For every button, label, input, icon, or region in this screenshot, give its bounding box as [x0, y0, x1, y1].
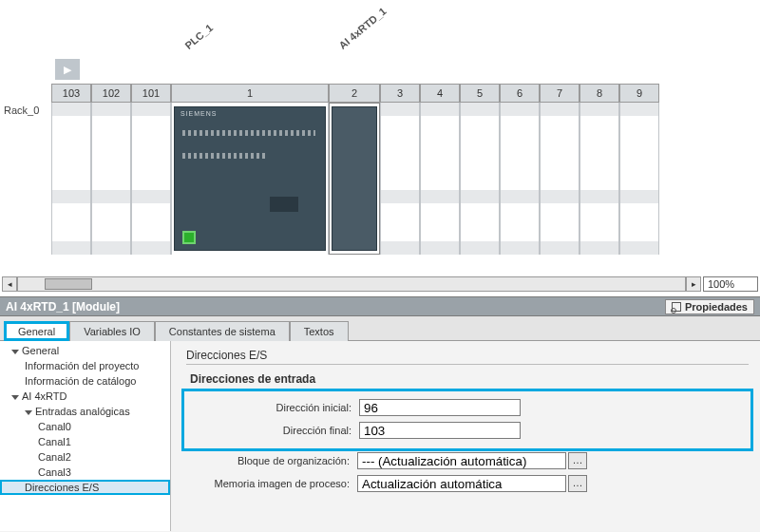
nav-project-info[interactable]: Información del proyecto: [0, 358, 170, 373]
properties-button[interactable]: Propiedades: [665, 299, 754, 314]
rack-slot-8[interactable]: [580, 103, 619, 255]
play-icon: ▶: [64, 64, 71, 76]
slot-label-plc: PLC_1: [182, 22, 215, 51]
rtd-module[interactable]: [332, 106, 377, 251]
slot-header-5[interactable]: 5: [460, 84, 500, 103]
slot-header-7[interactable]: 7: [540, 84, 580, 103]
tab-texts[interactable]: Textos: [290, 321, 349, 341]
nav-analog-inputs[interactable]: Entradas analógicas: [0, 404, 170, 419]
input-process-image[interactable]: [357, 475, 566, 492]
chevron-down-icon: [11, 395, 19, 400]
slot-header-102[interactable]: 102: [91, 84, 131, 103]
rack-slot-101[interactable]: [131, 103, 171, 255]
input-end-address[interactable]: [359, 422, 521, 439]
device-view: PLC_1 AI 4xRTD_1 ▶ 103 102 101 1 2 3 4 5…: [0, 0, 760, 294]
subsection-input-addresses: Direcciones de entrada: [190, 372, 749, 386]
scroll-track[interactable]: [17, 276, 686, 292]
rack-slot-103[interactable]: [51, 103, 91, 255]
horizontal-scrollbar-row: ◂ ▸ 100%: [2, 276, 758, 293]
plc-module[interactable]: SIEMENS: [174, 106, 326, 251]
label-process-image: Memoria imagen de proceso:: [186, 478, 357, 489]
nav-analog-inputs-label: Entradas analógicas: [35, 406, 130, 417]
input-start-address[interactable]: [359, 399, 521, 416]
slot-header-1[interactable]: 1: [171, 84, 329, 103]
nav-general-label: General: [22, 345, 59, 356]
slot-header-3[interactable]: 3: [380, 84, 420, 103]
zoom-field[interactable]: 100%: [703, 276, 758, 292]
nav-io-addresses[interactable]: Direcciones E/S: [0, 480, 170, 495]
rack-slot-1-plc[interactable]: SIEMENS: [171, 103, 329, 255]
label-start-address: Dirección inicial:: [188, 402, 359, 413]
row-organization-block: Bloque de organización: …: [186, 450, 749, 471]
nav-channel0[interactable]: Canal0: [0, 419, 170, 434]
plc-led-strip: [182, 130, 315, 136]
rack-nav-right-button[interactable]: ▶: [55, 59, 80, 80]
slot-header-103[interactable]: 103: [51, 84, 91, 103]
rack-slot-3[interactable]: [380, 103, 420, 255]
slot-header-6[interactable]: 6: [500, 84, 540, 103]
input-organization-block[interactable]: [357, 452, 566, 469]
label-organization-block: Bloque de organización:: [186, 455, 357, 466]
rack-slot-7[interactable]: [540, 103, 580, 255]
chevron-down-icon: [25, 410, 32, 415]
tab-general[interactable]: General: [4, 321, 69, 341]
tab-variables-io[interactable]: Variables IO: [69, 321, 155, 341]
row-process-image: Memoria imagen de proceso: …: [186, 473, 749, 494]
inspector-titlebar: AI 4xRTD_1 [Module] Propiedades: [0, 297, 760, 316]
nav-catalog-info[interactable]: Información de catálogo: [0, 373, 170, 389]
slot-label-rtd: AI 4xRTD_1: [336, 6, 389, 51]
properties-icon: [672, 302, 681, 312]
inspector-panel: AI 4xRTD_1 [Module] Propiedades General …: [0, 296, 760, 532]
slot-header-2[interactable]: 2: [329, 84, 380, 103]
slot-header-9[interactable]: 9: [619, 84, 659, 103]
nav-channel2[interactable]: Canal2: [0, 449, 170, 465]
inspector-title: AI 4xRTD_1 [Module]: [6, 300, 120, 314]
chevron-left-icon: ◂: [8, 279, 12, 289]
plc-led-strip-2: [182, 153, 268, 159]
highlight-address-range: Dirección inicial: Dirección final:: [186, 393, 749, 446]
rack-grid: SIEMENS: [51, 103, 659, 255]
plc-run-led: [182, 231, 196, 244]
rack-slot-6[interactable]: [500, 103, 540, 255]
row-start-address: Dirección inicial:: [188, 397, 747, 418]
property-nav-tree: General Información del proyecto Informa…: [0, 341, 171, 531]
scroll-right-button[interactable]: ▸: [686, 276, 701, 292]
chevron-down-icon: [11, 350, 19, 354]
nav-ai4xrtd[interactable]: AI 4xRTD: [0, 389, 170, 404]
browse-pimg-button[interactable]: …: [568, 475, 587, 492]
nav-channel1[interactable]: Canal1: [0, 434, 170, 449]
rack-slot-5[interactable]: [460, 103, 500, 255]
rack-labels: PLC_1 AI 4xRTD_1: [0, 0, 760, 57]
inspector-body: General Información del proyecto Informa…: [0, 341, 760, 531]
rack-name-label: Rack_0: [4, 104, 39, 116]
properties-label: Propiedades: [685, 301, 748, 313]
section-io-addresses: Direcciones E/S: [186, 349, 749, 365]
label-end-address: Dirección final:: [188, 425, 359, 436]
chevron-right-icon: ▸: [692, 279, 696, 289]
nav-ai4xrtd-label: AI 4xRTD: [22, 390, 66, 402]
slot-header-8[interactable]: 8: [580, 84, 619, 103]
plc-brand-label: SIEMENS: [180, 110, 218, 117]
slot-header-row: 103 102 101 1 2 3 4 5 6 7 8 9: [51, 84, 659, 103]
slot-header-101[interactable]: 101: [131, 84, 171, 103]
rack-slot-9[interactable]: [619, 103, 659, 255]
slot-header-4[interactable]: 4: [420, 84, 460, 103]
inspector-tabs: General Variables IO Constantes de siste…: [0, 316, 760, 341]
nav-channel3[interactable]: Canal3: [0, 465, 170, 480]
browse-ob-button[interactable]: …: [568, 452, 587, 469]
property-form: Direcciones E/S Direcciones de entrada D…: [171, 341, 760, 531]
scroll-thumb[interactable]: [45, 278, 92, 290]
rack-slot-4[interactable]: [420, 103, 460, 255]
rack-slot-102[interactable]: [91, 103, 131, 255]
rack-slot-2-rtd[interactable]: [329, 103, 380, 255]
tab-system-constants[interactable]: Constantes de sistema: [155, 321, 290, 341]
plc-ethernet-port: [270, 197, 298, 212]
scroll-left-button[interactable]: ◂: [2, 276, 17, 292]
nav-general[interactable]: General: [0, 343, 170, 358]
row-end-address: Dirección final:: [188, 420, 747, 441]
